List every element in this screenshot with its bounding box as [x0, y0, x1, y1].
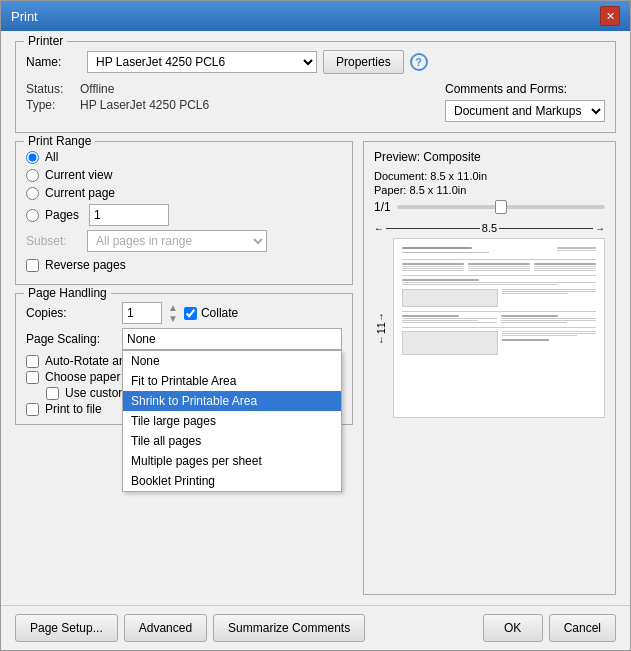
collate-label: Collate — [201, 306, 238, 320]
status-row: Status: Offline — [26, 82, 209, 96]
printer-section-label: Printer — [24, 34, 67, 48]
help-icon[interactable]: ? — [410, 53, 428, 71]
main-content: Print Range All Current view Current — [15, 141, 616, 595]
reverse-pages-label: Reverse pages — [45, 258, 126, 272]
width-arrow: ← 8.5 → — [374, 222, 605, 234]
option-multiple[interactable]: Multiple pages per sheet — [123, 451, 341, 471]
type-value: HP LaserJet 4250 PCL6 — [80, 98, 209, 112]
document-value: 8.5 x 11.0in — [430, 170, 487, 182]
slider-thumb[interactable] — [495, 200, 507, 214]
print-range-options: All Current view Current page Pages — [26, 150, 342, 226]
collate-row: Collate — [184, 306, 238, 320]
page-indicator: 1/1 — [374, 200, 391, 214]
page-handling-section: Page Handling Copies: ▲▼ Collate Page Sc… — [15, 293, 353, 425]
page-handling-label: Page Handling — [24, 286, 111, 300]
comments-forms-section: Comments and Forms: Document and Markups — [445, 82, 605, 122]
choose-paper-check[interactable] — [26, 371, 39, 384]
comments-forms-row: Document and Markups — [445, 100, 605, 122]
preview-area: ← 8.5 → ↑ 11 ↓ — [374, 222, 605, 418]
document-preview — [393, 238, 605, 418]
title-bar: Print ✕ — [1, 1, 630, 31]
option-booklet[interactable]: Booklet Printing — [123, 471, 341, 491]
paper-label: Paper: — [374, 184, 406, 196]
ok-button[interactable]: OK — [483, 614, 543, 642]
height-indicator: ↑ 11 ↓ — [374, 238, 389, 418]
current-view-radio[interactable] — [26, 169, 39, 182]
current-page-radio[interactable] — [26, 187, 39, 200]
current-view-row: Current view — [26, 168, 342, 182]
comments-forms-select[interactable]: Document and Markups — [445, 100, 605, 122]
copies-label: Copies: — [26, 306, 116, 320]
print-to-file-label: Print to file — [45, 402, 102, 416]
left-button-group: Page Setup... Advanced Summarize Comment… — [15, 614, 365, 642]
status-value: Offline — [80, 82, 114, 96]
right-button-group: OK Cancel — [483, 614, 616, 642]
page-scaling-label: Page Scaling: — [26, 332, 116, 346]
paper-value: 8.5 x 11.0in — [409, 184, 466, 196]
copies-row: Copies: ▲▼ Collate — [26, 302, 342, 324]
all-label: All — [45, 150, 58, 164]
summarize-comments-button[interactable]: Summarize Comments — [213, 614, 365, 642]
pages-label: Pages — [45, 208, 79, 222]
page-scaling-options: None Fit to Printable Area Shrink to Pri… — [122, 350, 342, 492]
pages-radio[interactable] — [26, 209, 39, 222]
current-page-row: Current page — [26, 186, 342, 200]
page-setup-button[interactable]: Page Setup... — [15, 614, 118, 642]
option-shrink[interactable]: Shrink to Printable Area — [123, 391, 341, 411]
pages-input[interactable] — [89, 204, 169, 226]
preview-content-row: ↑ 11 ↓ — [374, 238, 605, 418]
page-slider[interactable] — [397, 205, 605, 209]
all-radio-row: All — [26, 150, 342, 164]
height-label: 11 — [375, 322, 387, 334]
option-tile-large[interactable]: Tile large pages — [123, 411, 341, 431]
right-panel: Preview: Composite Document: 8.5 x 11.0i… — [363, 141, 616, 595]
print-to-file-check[interactable] — [26, 403, 39, 416]
option-none[interactable]: None — [123, 351, 341, 371]
all-radio[interactable] — [26, 151, 39, 164]
paper-info: Paper: 8.5 x 11.0in — [374, 184, 605, 196]
reverse-pages-row: Reverse pages — [26, 258, 342, 272]
auto-rotate-check[interactable] — [26, 355, 39, 368]
use-custom-check[interactable] — [46, 387, 59, 400]
copies-input[interactable] — [122, 302, 162, 324]
preview-title: Preview: Composite — [374, 150, 605, 164]
subset-row: Subset: All pages in range — [26, 230, 342, 252]
printer-section: Printer Name: HP LaserJet 4250 PCL6 Prop… — [15, 41, 616, 133]
print-range-section: Print Range All Current view Current — [15, 141, 353, 285]
preview-box: Preview: Composite Document: 8.5 x 11.0i… — [363, 141, 616, 595]
subset-select[interactable]: All pages in range — [87, 230, 267, 252]
document-label: Document: — [374, 170, 427, 182]
option-fit[interactable]: Fit to Printable Area — [123, 371, 341, 391]
cancel-button[interactable]: Cancel — [549, 614, 616, 642]
width-label: 8.5 — [482, 222, 497, 234]
close-button[interactable]: ✕ — [600, 6, 620, 26]
printer-name-select[interactable]: HP LaserJet 4250 PCL6 — [87, 51, 317, 73]
option-tile-all[interactable]: Tile all pages — [123, 431, 341, 451]
advanced-button[interactable]: Advanced — [124, 614, 207, 642]
name-label: Name: — [26, 55, 81, 69]
left-panel: Print Range All Current view Current — [15, 141, 353, 595]
type-row: Type: HP LaserJet 4250 PCL6 — [26, 98, 209, 112]
dialog-title: Print — [11, 9, 38, 24]
page-scaling-select[interactable]: None — [122, 328, 342, 350]
pages-row: Pages — [26, 204, 342, 226]
reverse-pages-check[interactable] — [26, 259, 39, 272]
properties-button[interactable]: Properties — [323, 50, 404, 74]
page-scaling-row: Page Scaling: None None Fit to Printable… — [26, 328, 342, 350]
current-view-label: Current view — [45, 168, 112, 182]
subset-label: Subset: — [26, 234, 81, 248]
collate-check[interactable] — [184, 307, 197, 320]
print-range-label: Print Range — [24, 134, 95, 148]
comments-forms-label: Comments and Forms: — [445, 82, 605, 96]
current-page-label: Current page — [45, 186, 115, 200]
bottom-buttons: Page Setup... Advanced Summarize Comment… — [1, 605, 630, 650]
dialog-body: Printer Name: HP LaserJet 4250 PCL6 Prop… — [1, 31, 630, 605]
printer-name-row: Name: HP LaserJet 4250 PCL6 Properties ? — [26, 50, 605, 74]
page-scaling-dropdown[interactable]: None None Fit to Printable Area Shrink t… — [122, 328, 342, 350]
page-nav-row: 1/1 — [374, 200, 605, 214]
document-info: Document: 8.5 x 11.0in — [374, 170, 605, 182]
print-dialog: Print ✕ Printer Name: HP LaserJet 4250 P… — [0, 0, 631, 651]
status-label: Status: — [26, 82, 76, 96]
type-label: Type: — [26, 98, 76, 112]
